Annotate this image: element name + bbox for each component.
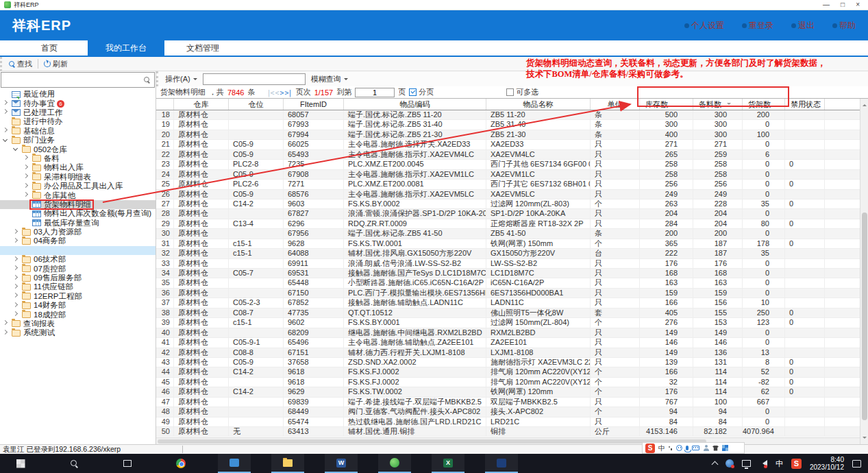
table-row[interactable]: 31原材料仓c15-19628FS.KS.TW.0001铁网(网罩) 150mm… [156, 239, 860, 249]
punctuation-icon[interactable] [669, 446, 673, 451]
horizontal-scroll-thumb[interactable] [158, 439, 706, 444]
column-header-fitemid[interactable]: FItemID [284, 99, 344, 110]
scroll-up-icon[interactable] [863, 102, 867, 106]
tree-item[interactable]: 12ERP工程部 [0, 292, 156, 301]
restore-button[interactable]: □ [841, 1, 845, 8]
tree-item[interactable] [0, 246, 156, 255]
last-page-button[interactable]: >| [284, 89, 293, 97]
tree-item[interactable]: 货架物料明细 [0, 200, 156, 209]
tree-item[interactable]: 最低库存量查询 [0, 218, 156, 227]
taskbar-green-app-icon[interactable] [378, 454, 411, 473]
next-page-button[interactable]: > [280, 89, 284, 97]
table-row[interactable]: 18原材料仓68057端子.国优.标记条.ZB5 11-20ZB5 11-20条… [156, 110, 860, 120]
table-row[interactable]: 38原材料仓C08-747735QT.QT.10512佛山照明T5一体化8W套4… [156, 308, 860, 318]
goto-page-input[interactable] [355, 88, 395, 97]
tab-home[interactable]: 首页 [11, 40, 88, 56]
sogou-tray-icon[interactable]: S [791, 459, 802, 469]
table-row[interactable]: 33原材料仓69911浪涌.朗威.信号浪涌.LW-SS-S2-B2LW-SS-S… [156, 259, 860, 269]
tray-app-icon[interactable] [726, 459, 734, 468]
table-row[interactable]: 20原材料仓67994端子.国优.标记条.ZB5 21-30ZB5 21-30条… [156, 130, 860, 140]
toolbox-grid-icon[interactable] [722, 445, 728, 451]
table-row[interactable]: 22原材料仓C05-965493主令电器.施耐德.指示灯.XA2EVM4LCXA… [156, 150, 860, 160]
ime-indicator[interactable]: 中 [776, 459, 783, 469]
column-header-num[interactable] [156, 99, 174, 110]
paging-checkbox-group[interactable]: 分页 [409, 87, 434, 97]
tab-docs[interactable]: 文档管理 [164, 40, 241, 56]
scroll-down-icon[interactable] [863, 437, 867, 441]
table-row[interactable]: 26原材料仓C05-968576主令电器.施耐德.指示灯.XA2EVM5LCXA… [156, 190, 860, 199]
notification-center-icon[interactable] [852, 460, 861, 468]
tree-item[interactable]: 基础信息 [0, 127, 156, 136]
tree-item[interactable]: 办公用品及工具出入库 [0, 182, 156, 191]
skin-icon[interactable] [712, 446, 719, 451]
tree-item[interactable]: 04商务部 [0, 236, 156, 245]
table-row[interactable]: 28原材料仓67827浪涌.雷顿.浪涌保护器.SP1-D/2P 10KA-20K… [156, 209, 860, 219]
header-link-help[interactable]: 帮助 [832, 20, 856, 32]
keyboard-icon[interactable] [692, 446, 699, 450]
filter-input[interactable] [203, 73, 306, 85]
table-row[interactable]: 35原材料仓65448小型断路器.施耐德.iC65.iC65N-C16A/2Pi… [156, 278, 860, 288]
taskbar-explorer-icon[interactable] [271, 454, 304, 473]
tree-item[interactable]: 0502仓库 [0, 145, 156, 154]
sidebar-search-input[interactable] [1, 73, 144, 87]
vertical-scroll-thumb[interactable] [862, 213, 867, 420]
table-row[interactable]: 32原材料仓c15-164088辅材.国优.排风扇.GX15050方形220VG… [156, 249, 860, 258]
sogou-ime-bar[interactable]: S 中 [642, 442, 745, 454]
tree-item[interactable]: 物料出入库次数金额(每月查询) [0, 209, 156, 218]
table-row[interactable]: 40原材料仓68209继电器.施耐德.中间继电器.RXM2LB2BDRXM2LB… [156, 328, 860, 338]
tree-item[interactable]: 06技术部 [0, 255, 156, 264]
header-link-logout[interactable]: 退出 [791, 20, 815, 32]
tree-item[interactable]: 备料 [0, 154, 156, 163]
tree-item[interactable]: 07质控部 [0, 264, 156, 273]
minimize-button[interactable]: — [823, 1, 830, 8]
header-link-relogin[interactable]: 重登录 [742, 20, 773, 32]
table-row[interactable]: 30原材料仓67956端子.国优.标记条.ZB5 41-50ZB5 41-50条… [156, 229, 860, 239]
tree-item[interactable]: 查询报表 [0, 319, 156, 328]
taskbar-navy-app-icon[interactable] [485, 454, 518, 473]
tray-expand-icon[interactable] [711, 461, 718, 468]
vertical-scrollbar[interactable] [860, 99, 868, 444]
table-row[interactable]: 50原材料仓无63413辅材.国优.通用.铜排铜排公斤4153.14682.18… [156, 427, 860, 437]
taskbar-search-icon[interactable] [58, 454, 90, 473]
paging-checkbox[interactable] [409, 88, 417, 96]
table-row[interactable]: 29原材料仓C13-46296RDQ.ZR.RT.0009正熔熔断器座 RT18… [156, 219, 860, 229]
table-row[interactable]: 48原材料仓68449阀门.亚德客.气动阀配件.接头X-APC802接头.X-A… [156, 407, 860, 417]
taskbar-excel-icon[interactable]: X [432, 454, 464, 473]
find-button[interactable]: 查找 [9, 59, 32, 69]
tree-item[interactable]: 部门业务 [0, 136, 156, 145]
column-header-name[interactable]: 物品名称 [486, 99, 591, 110]
table-row[interactable]: 47原材料仓69839端子.希捷.接线端子.双层端子MBKKB2.5双层端子MB… [156, 398, 860, 407]
table-row[interactable]: 24原材料仓C05-967908主令电器.施耐德.指示灯.XA2EVM1LCXA… [156, 170, 860, 180]
fuzzy-query-dropdown[interactable]: 模糊查询 [311, 74, 348, 84]
column-header-unit[interactable]: 单位 [591, 99, 640, 110]
table-row[interactable]: 34原材料仓C05-769531接触器.施耐德.国产TeSys D.LC1D18… [156, 269, 860, 278]
taskbar-start-icon[interactable] [4, 454, 37, 473]
emoji-icon[interactable] [676, 445, 682, 451]
tree-item[interactable]: 03人力资源部 [0, 228, 156, 236]
tree-item[interactable]: 最近使用 [0, 90, 156, 99]
volume-icon[interactable] [759, 460, 767, 467]
close-button[interactable]: × [856, 1, 860, 8]
taskbar-mail-icon[interactable] [218, 454, 251, 473]
tree-item[interactable]: 11供应链部 [0, 282, 156, 291]
column-header-bin[interactable]: 仓位 [229, 99, 284, 110]
tree-item[interactable]: 待办事宜6 [0, 99, 156, 108]
network-icon[interactable] [742, 460, 751, 467]
header-link-personal-settings[interactable]: 个人设置 [684, 20, 724, 32]
ime-mode-label[interactable]: 中 [658, 444, 665, 453]
table-row[interactable]: 23原材料仓PLC2-87235PLC.XMZ.ET200.0045西门子其他 … [156, 160, 860, 169]
tree-item[interactable]: 18成控部 [0, 310, 156, 319]
table-row[interactable]: 27原材料仓C14-29603FS.KS.BY.0002过滤网 120mm(ZL… [156, 199, 860, 209]
microphone-icon[interactable] [686, 446, 689, 450]
table-row[interactable]: 37原材料仓C05-2-367852接触器.施耐德.辅助触点.LADN11CLA… [156, 298, 860, 308]
search-icon[interactable] [144, 77, 150, 83]
action-dropdown[interactable]: 操作(A) [165, 74, 197, 84]
clock[interactable]: 8:40 2023/10/12 [810, 456, 844, 471]
table-row[interactable]: 39原材料仓c15-19602FS.KS.BY.0001过滤网 150mm(ZL… [156, 318, 860, 328]
table-row[interactable]: 19原材料仓67993端子.国优.标记条.ZB5 31-40ZB5 31-40条… [156, 120, 860, 130]
refresh-button[interactable]: 刷新 [44, 59, 68, 69]
horizontal-scrollbar[interactable] [156, 437, 860, 444]
tree-item[interactable]: 系统测试 [0, 328, 156, 337]
taskbar-task-view-icon[interactable] [111, 454, 144, 473]
tree-item[interactable]: 14财务部 [0, 301, 156, 310]
